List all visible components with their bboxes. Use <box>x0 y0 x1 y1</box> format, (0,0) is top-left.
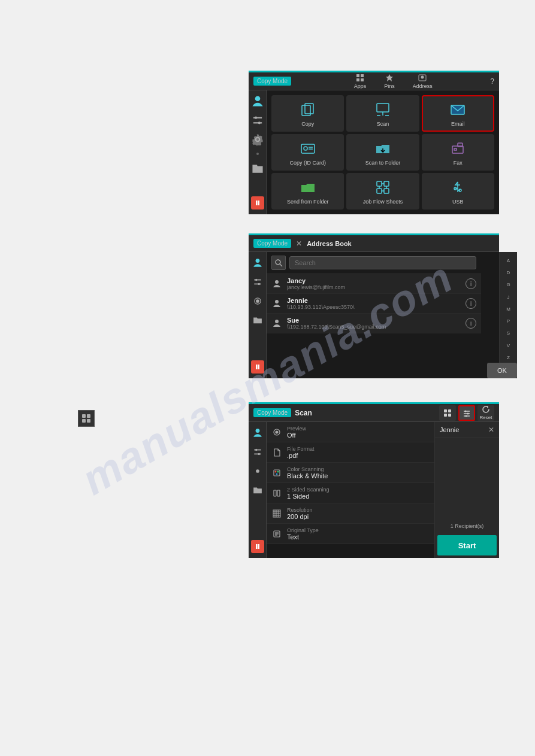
close-x-icon[interactable]: ✕ <box>296 239 302 248</box>
contact-item-jancy[interactable]: Jancy jancy.lewis@fujifilm.com i <box>267 274 481 294</box>
sided-scanning-text: 2 Sided Scanning 1 Sided <box>287 487 430 500</box>
p2-sidebar-person-icon[interactable] <box>252 257 264 269</box>
panel2-left-sidebar <box>249 252 267 378</box>
grid-item-job-flow[interactable]: Job Flow Sheets <box>346 173 419 210</box>
contact-info-btn-sue[interactable]: i <box>466 318 476 329</box>
grid-item-scan-folder[interactable]: Scan to Folder <box>346 134 419 171</box>
p2-sidebar-folder-icon[interactable] <box>252 314 264 326</box>
panel2-content: Jancy jancy.lewis@fujifilm.com i Jennie … <box>267 252 481 378</box>
svg-point-73 <box>258 453 259 455</box>
alpha-g[interactable]: G <box>506 282 510 287</box>
p3-sliders-icon[interactable] <box>252 446 264 458</box>
alpha-d[interactable]: D <box>507 270 510 275</box>
setting-2-sided-scanning[interactable]: 2 Sided Scanning 1 Sided <box>267 483 434 503</box>
svg-point-69 <box>255 429 259 433</box>
contact-name-jennie: Jennie <box>287 297 461 304</box>
p2-sidebar-pause-button[interactable] <box>251 360 264 374</box>
grid-item-copy-id[interactable]: Copy (ID Card) <box>271 134 344 171</box>
recipient-count: 1 Recipient(s) <box>435 520 499 533</box>
recipient-close-button[interactable]: ✕ <box>488 426 494 434</box>
svg-rect-59 <box>444 409 447 412</box>
svg-rect-2 <box>82 419 86 423</box>
topbar-pins[interactable]: Pins <box>384 74 395 89</box>
panel1-grid: Copy Scan Email Copy (ID Card) <box>267 90 499 214</box>
p2-sidebar-sliders-icon[interactable] <box>252 276 264 288</box>
svg-rect-76 <box>258 544 259 549</box>
p3-folder-icon[interactable] <box>252 484 264 496</box>
grid-item-fax[interactable]: Fax <box>422 134 494 171</box>
p3-settings-icon[interactable] <box>252 465 264 477</box>
svg-rect-0 <box>82 414 86 418</box>
contact-info-btn-jennie[interactable]: i <box>466 298 476 309</box>
setting-color-scanning[interactable]: Color Scanning Black & White <box>267 463 434 483</box>
topbar-address[interactable]: Address <box>413 74 433 89</box>
p2-sidebar-settings-icon[interactable] <box>252 295 264 307</box>
panel1-topbar-nav: Apps Pins Address <box>296 74 490 89</box>
alpha-z[interactable]: Z <box>507 355 510 360</box>
sidebar-folder-icon[interactable] <box>252 162 264 174</box>
topbar-apps[interactable]: Apps <box>354 74 367 89</box>
thumbnail-icon-button[interactable] <box>439 405 456 421</box>
contact-info-btn-jancy[interactable]: i <box>466 278 476 289</box>
alpha-m[interactable]: M <box>506 306 510 312</box>
setting-original-type[interactable]: Original Type Text <box>267 524 434 544</box>
reset-button[interactable]: Reset <box>477 405 494 421</box>
setting-resolution[interactable]: Resolution 200 dpi <box>267 503 434 524</box>
setting-file-format[interactable]: File Format .pdf <box>267 442 434 463</box>
help-icon[interactable]: ? <box>490 77 494 86</box>
svg-point-78 <box>276 431 278 433</box>
grid-item-send-folder[interactable]: Send from Folder <box>271 173 344 210</box>
contact-item-jennie[interactable]: Jennie \\10.93.93.112\Apeesc3570\ i <box>267 294 481 314</box>
recipient-row-jennie: Jennie ✕ <box>435 422 499 438</box>
contact-sub-jancy: jancy.lewis@fujifilm.com <box>287 284 461 290</box>
ok-button[interactable]: OK <box>487 363 517 378</box>
sidebar-person-icon[interactable] <box>252 95 264 107</box>
svg-point-81 <box>277 470 279 472</box>
panel2-mode-label: Copy Mode <box>253 239 291 248</box>
sidebar-sliders-icon[interactable] <box>252 114 264 126</box>
svg-point-9 <box>421 75 424 78</box>
p3-pause-button[interactable] <box>251 540 264 553</box>
alpha-v[interactable]: V <box>507 343 510 348</box>
alpha-a[interactable]: A <box>507 258 510 263</box>
start-button[interactable]: Start <box>437 535 497 555</box>
alpha-s[interactable]: S <box>507 330 510 336</box>
options-icon-button[interactable] <box>458 405 475 421</box>
sidebar-settings-icon[interactable] <box>252 133 264 145</box>
sided-scanning-icon <box>271 488 282 499</box>
sidebar-pause-button[interactable] <box>251 196 264 210</box>
contact-name-sue: Sue <box>287 317 461 324</box>
color-scanning-icon <box>271 467 282 478</box>
grid-label-fax: Fax <box>454 160 463 166</box>
svg-rect-60 <box>448 409 451 412</box>
contact-info-jennie: Jennie \\10.93.93.112\Apeesc3570\ <box>287 297 461 310</box>
svg-rect-15 <box>256 201 258 205</box>
resolution-text: Resolution 200 dpi <box>287 507 430 520</box>
svg-rect-31 <box>454 148 457 150</box>
panel3-topbar: Copy Mode Scan Reset <box>249 404 499 422</box>
grid-item-email[interactable]: Email <box>422 95 494 132</box>
svg-point-49 <box>258 283 259 285</box>
contact-list: Jancy jancy.lewis@fujifilm.com i Jennie … <box>267 274 481 333</box>
contact-person-icon-jennie <box>271 298 282 309</box>
grid-label-email: Email <box>451 121 465 127</box>
setting-preview[interactable]: Preview Off <box>267 422 434 442</box>
contact-item-sue[interactable]: Sue \\192.168.72.100\Scan5_sue@gmail.com… <box>267 314 481 333</box>
panel3-left-sidebar <box>249 422 267 558</box>
p3-person-icon[interactable] <box>252 427 264 439</box>
grid-item-copy[interactable]: Copy <box>271 95 344 132</box>
alpha-j[interactable]: J <box>507 294 510 300</box>
contact-sub-sue: \\192.168.72.100\Scan5_sue@gmail.com <box>287 324 461 330</box>
alpha-p[interactable]: P <box>507 318 510 324</box>
grid-label-scan: Scan <box>377 121 389 127</box>
svg-point-48 <box>255 279 257 281</box>
grid-item-scan[interactable]: Scan <box>346 95 419 132</box>
svg-rect-33 <box>384 181 389 186</box>
grid-label-usb: USB <box>452 199 464 205</box>
grid-item-usb[interactable]: USB <box>422 173 494 210</box>
original-type-text: Original Type Text <box>287 527 430 541</box>
contact-sub-jennie: \\10.93.93.112\Apeesc3570\ <box>287 304 461 310</box>
svg-rect-3 <box>87 419 90 423</box>
search-row <box>267 252 481 274</box>
search-input[interactable] <box>289 256 476 269</box>
